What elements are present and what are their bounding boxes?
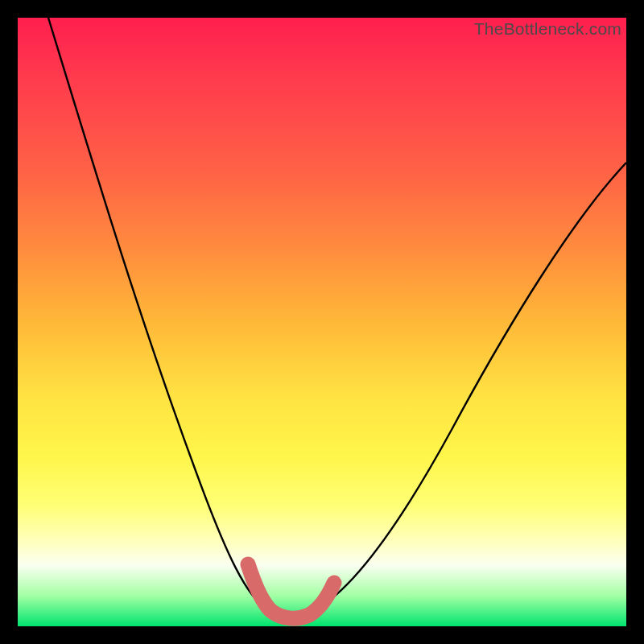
- curve-path: [48, 18, 626, 616]
- chart-area: TheBottleneck.com: [18, 18, 626, 626]
- bottleneck-curve: [18, 18, 626, 626]
- trough-marker: [248, 564, 334, 618]
